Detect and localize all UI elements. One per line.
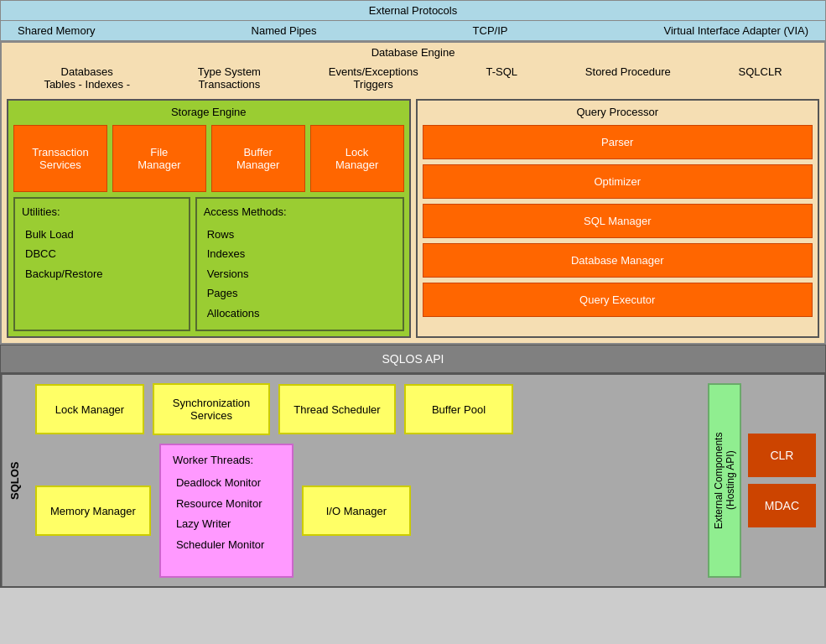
query-executor-box: Query Executor — [423, 283, 813, 317]
storage-engine-top: Transaction Services File Manager Buffer… — [13, 125, 404, 192]
external-protocols-label: External Protocols — [369, 4, 458, 17]
tcp-ip-label: TCP/IP — [473, 24, 508, 37]
sqlos-thread-scheduler: Thread Scheduler — [278, 384, 396, 434]
clr-label: CLR — [770, 449, 793, 462]
database-engine-row: Databases Tables - Indexes - Type System… — [2, 62, 824, 94]
db-label-events: Events/Exceptions Triggers — [329, 65, 418, 91]
buffer-manager-box: Buffer Manager — [211, 125, 305, 192]
storage-engine-title: Storage Engine — [13, 106, 404, 118]
worker-threads-box: Worker Threads: Deadlock Monitor Resourc… — [159, 444, 294, 578]
clr-box: CLR — [748, 434, 816, 477]
transaction-services-label: Transaction Services — [32, 146, 88, 171]
lock-manager-label: Lock Manager — [335, 146, 378, 171]
buffer-manager-label: Buffer Manager — [236, 146, 279, 171]
protocol-row: Shared Memory Named Pipes TCP/IP Virtual… — [0, 21, 826, 41]
utilities-box: Utilities: Bulk Load DBCC Backup/Restore — [13, 197, 190, 331]
query-processor-box: Query Processor Parser Optimizer SQL Man… — [416, 99, 820, 338]
storage-engine-bottom: Utilities: Bulk Load DBCC Backup/Restore… — [13, 197, 404, 331]
backup-restore-item: Backup/Restore — [25, 264, 182, 283]
mdac-label: MDAC — [765, 499, 799, 512]
sqlos-row2: Memory Manager Worker Threads: Deadlock … — [35, 444, 696, 578]
sqlos-api-label: SQLOS API — [382, 352, 444, 366]
mdac-box: MDAC — [748, 484, 816, 527]
utilities-title: Utilities: — [22, 205, 182, 218]
sqlos-memory-manager: Memory Manager — [35, 486, 151, 536]
sqlos-content: Lock Manager Synchronization Services Th… — [27, 375, 704, 586]
dbcc-item: DBCC — [25, 244, 182, 263]
sqlos-sync-services: Synchronization Services — [153, 383, 270, 435]
lock-manager-box: Lock Manager — [310, 125, 404, 192]
db-label-sqlclr: SQLCLR — [739, 65, 782, 91]
deadlock-monitor-item: Deadlock Monitor — [176, 473, 280, 494]
access-methods-list: Rows Indexes Versions Pages Allocations — [204, 225, 396, 323]
sqlos-vertical-label: SQLOS — [2, 375, 27, 586]
sql-manager-box: SQL Manager — [423, 204, 813, 238]
sqlos-buffer-pool: Buffer Pool — [404, 384, 513, 434]
ext-orange-boxes: CLR MDAC — [748, 383, 816, 578]
database-manager-box: Database Manager — [423, 243, 813, 278]
scheduler-monitor-item: Scheduler Monitor — [176, 535, 280, 556]
bulk-load-item: Bulk Load — [25, 225, 182, 244]
worker-threads-list: Deadlock Monitor Resource Monitor Lazy W… — [173, 473, 280, 556]
external-components-label: External Components (Hosting API) — [708, 383, 741, 578]
pages-item: Pages — [207, 283, 396, 303]
file-manager-box: File Manager — [112, 125, 206, 192]
db-label-typesys: Type System Transactions — [198, 65, 261, 91]
sqlos-lock-manager-label: Lock Manager — [55, 403, 124, 416]
storage-engine-box: Storage Engine Transaction Services File… — [7, 99, 411, 338]
database-engine-title: Database Engine — [2, 43, 824, 62]
external-protocols-title: External Protocols — [0, 0, 826, 21]
sqlos-right-panel: External Components (Hosting API) CLR MD… — [708, 375, 824, 586]
sqlos-lock-manager: Lock Manager — [35, 384, 144, 434]
indexes-item: Indexes — [207, 244, 396, 263]
sqlos-io-manager: I/O Manager — [302, 486, 411, 536]
sqlos-row1: Lock Manager Synchronization Services Th… — [35, 383, 696, 435]
parser-box: Parser — [423, 125, 813, 159]
sqlos-sync-label: Synchronization Services — [173, 397, 251, 422]
lazy-writer-item: Lazy Writer — [176, 514, 280, 535]
db-label-tsql: T-SQL — [486, 65, 517, 91]
db-label-databases: Databases Tables - Indexes - — [44, 65, 130, 91]
access-methods-box: Access Methods: Rows Indexes Versions Pa… — [195, 197, 404, 331]
file-manager-label: File Manager — [138, 146, 180, 171]
rows-item: Rows — [207, 225, 396, 244]
sqlos-section: SQLOS Lock Manager Synchronization Servi… — [0, 373, 826, 588]
transaction-services-box: Transaction Services — [13, 125, 107, 192]
query-processor-title: Query Processor — [423, 106, 813, 118]
db-label-storedproc: Stored Procedure — [585, 65, 671, 91]
utilities-list: Bulk Load DBCC Backup/Restore — [22, 225, 182, 283]
access-methods-title: Access Methods: — [204, 205, 396, 218]
sqlos-memory-manager-label: Memory Manager — [50, 505, 136, 517]
ext-components-text: External Components (Hosting API) — [713, 432, 736, 528]
versions-item: Versions — [207, 264, 396, 283]
optimizer-box: Optimizer — [423, 164, 813, 199]
sqlos-api-bar: SQLOS API — [0, 345, 826, 373]
database-engine-section: Database Engine Databases Tables - Index… — [0, 41, 826, 345]
allocations-item: Allocations — [207, 304, 396, 323]
via-label: Virtual Interface Adapter (VIA) — [664, 24, 808, 37]
sqlos-buffer-pool-label: Buffer Pool — [432, 403, 486, 416]
worker-threads-title: Worker Threads: — [173, 454, 280, 466]
sqlos-thread-label: Thread Scheduler — [294, 403, 380, 416]
resource-monitor-item: Resource Monitor — [176, 494, 280, 515]
shared-memory-label: Shared Memory — [18, 24, 95, 37]
sqlos-io-manager-label: I/O Manager — [326, 505, 387, 517]
engine-qp-row: Storage Engine Transaction Services File… — [2, 94, 824, 343]
named-pipes-label: Named Pipes — [252, 24, 317, 37]
